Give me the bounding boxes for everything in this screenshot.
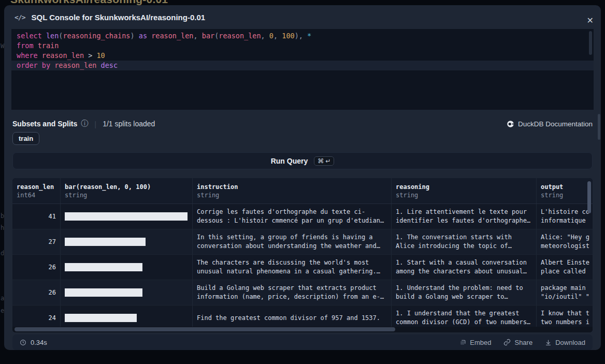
code-line[interactable]: order by reason_len desc xyxy=(11,61,594,70)
info-icon[interactable]: ⓘ xyxy=(81,119,88,128)
table-row[interactable]: 26The characters are discussing the worl… xyxy=(12,255,593,280)
column-header-instruction[interactable]: instructionstring xyxy=(192,178,391,203)
table-vertical-scrollbar[interactable] xyxy=(587,181,591,213)
column-name: reason_len xyxy=(17,183,56,191)
output-text: package main "io/ioutil" " xyxy=(541,284,589,301)
cell-reason-len: 27 xyxy=(12,229,60,254)
embed-icon xyxy=(459,339,466,346)
output-text: I know that t two numbers i xyxy=(541,309,589,327)
download-button[interactable]: Download xyxy=(545,339,585,346)
modal-footer: 0.34s EmbedShareDownload xyxy=(12,334,593,350)
column-type: string xyxy=(65,191,188,199)
table-row[interactable]: 27In this setting, a group of friends is… xyxy=(12,229,593,255)
splits-status: 1/1 splits loaded xyxy=(103,120,155,128)
sql-editor-code[interactable]: select len(reasoning_chains) as reason_l… xyxy=(11,29,594,70)
column-header-reasoning[interactable]: reasoningstring xyxy=(391,178,536,203)
share-label: Share xyxy=(514,339,532,346)
embed-button[interactable]: Embed xyxy=(459,339,491,346)
output-text: Albert Einste place called xyxy=(541,258,589,276)
splits-bar: Subsets and Splits ⓘ | 1/1 splits loaded… xyxy=(12,118,593,129)
return-key-icon: ↵ xyxy=(325,157,330,165)
bar-glyph xyxy=(65,288,142,297)
output-text: L'histoire co informatique xyxy=(541,208,589,225)
bar-glyph xyxy=(65,263,142,271)
cell-instruction: Build a Golang web scraper that extracts… xyxy=(192,280,391,305)
instruction-text: Find the greatest common divisor of 957 … xyxy=(197,314,380,323)
bar-glyph xyxy=(65,314,137,322)
splits-label: Subsets and Splits xyxy=(12,120,77,128)
instruction-text: The characters are discussing the world'… xyxy=(197,258,380,276)
duckdb-docs-label: DuckDB Documentation xyxy=(518,120,593,128)
column-header-bar-reason-len-0-100[interactable]: bar(reason_len, 0, 100)string xyxy=(60,178,192,203)
cell-reasoning: 1. The conversation starts with Alice in… xyxy=(391,229,536,254)
table-header-row: reason_lenint64bar(reason_len, 0, 100)st… xyxy=(12,178,593,204)
run-query-label: Run Query xyxy=(271,157,308,165)
cell-bar xyxy=(60,204,192,229)
split-chip-train[interactable]: train xyxy=(12,132,39,145)
code-line[interactable]: select len(reasoning_chains) as reason_l… xyxy=(11,31,594,41)
column-header-reason-len[interactable]: reason_lenint64 xyxy=(12,178,60,203)
cell-reason-len: 26 xyxy=(12,280,60,305)
cell-output: L'histoire co informatique xyxy=(536,204,593,229)
editor-scrollbar[interactable] xyxy=(589,31,592,55)
column-name: instruction xyxy=(197,183,387,191)
sql-editor[interactable]: select len(reasoning_chains) as reason_l… xyxy=(11,29,594,110)
cell-output: Albert Einste place called xyxy=(536,255,593,280)
split-chips: train xyxy=(12,132,39,145)
divider: | xyxy=(94,120,96,128)
reasoning-text: 1. Understand the problem: need to build… xyxy=(396,284,523,301)
column-type: string xyxy=(396,191,532,199)
instruction-text: Build a Golang web scraper that extracts… xyxy=(197,284,384,301)
close-icon[interactable]: ✕ xyxy=(587,17,594,25)
share-button[interactable]: Share xyxy=(503,339,532,346)
code-line[interactable]: where reason_len > 10 xyxy=(11,51,594,61)
cell-reasoning: 1. Start with a casual conversation amon… xyxy=(391,255,536,280)
cell-instruction: The characters are discussing the world'… xyxy=(192,255,391,280)
footer-actions: EmbedShareDownload xyxy=(459,339,585,346)
bar-glyph xyxy=(65,238,146,246)
cmd-key-icon: ⌘ xyxy=(318,157,324,165)
query-duration-value: 0.34s xyxy=(31,339,47,346)
query-duration: 0.34s xyxy=(20,339,47,346)
bar-glyph xyxy=(65,212,188,221)
sql-console-modal: </> SQL Console for SkunkworksAI/reasoni… xyxy=(4,5,601,350)
cell-reason-len: 41 xyxy=(12,204,60,229)
table-row[interactable]: 41Corrige les fautes d'orthographe du te… xyxy=(12,204,593,229)
cell-output: package main "io/ioutil" " xyxy=(536,280,593,305)
share-icon xyxy=(503,339,511,346)
cell-instruction: Corrige les fautes d'orthographe du text… xyxy=(192,204,391,229)
table-horizontal-scrollbar-thumb[interactable] xyxy=(15,327,395,331)
table-row[interactable]: 26Build a Golang web scraper that extrac… xyxy=(12,280,593,305)
keyboard-shortcut-badge: ⌘↵ xyxy=(314,156,334,166)
output-text: Alice: "Hey g meteorologist xyxy=(541,233,589,251)
cell-bar xyxy=(60,255,192,280)
duckdb-docs-link[interactable]: DuckDB Documentation xyxy=(507,120,593,128)
column-type: int64 xyxy=(17,191,56,199)
results-table: reason_lenint64bar(reason_len, 0, 100)st… xyxy=(12,178,593,332)
instruction-text: Corrige les fautes d'orthographe du text… xyxy=(197,208,384,225)
table-horizontal-scrollbar-track[interactable] xyxy=(12,327,593,332)
modal-header: </> SQL Console for SkunkworksAI/reasoni… xyxy=(4,5,601,29)
code-line[interactable]: from train xyxy=(11,41,594,51)
cell-reasoning: 1. Understand the problem: need to build… xyxy=(391,280,536,305)
column-name: bar(reason_len, 0, 100) xyxy=(65,183,188,191)
column-type: string xyxy=(541,191,588,199)
clock-icon xyxy=(20,339,26,346)
code-icon: </> xyxy=(15,13,25,21)
cell-bar xyxy=(60,280,192,305)
download-icon xyxy=(545,339,552,346)
column-type: string xyxy=(197,191,387,199)
embed-label: Embed xyxy=(470,339,491,346)
modal-scrollbar[interactable] xyxy=(598,114,600,140)
cell-reasoning: 1. Lire attentivement le texte pour iden… xyxy=(391,204,536,229)
table-body: 41Corrige les fautes d'orthographe du te… xyxy=(12,204,593,331)
column-header-output[interactable]: outputstring xyxy=(536,178,593,203)
run-query-button[interactable]: Run Query ⌘↵ xyxy=(12,152,593,169)
cell-output: Alice: "Hey g meteorologist xyxy=(536,229,593,254)
reasoning-text: 1. The conversation starts with Alice in… xyxy=(396,233,512,251)
duckdb-logo-icon xyxy=(507,120,514,128)
download-label: Download xyxy=(555,339,585,346)
reasoning-text: 1. Lire attentivement le texte pour iden… xyxy=(396,208,530,225)
cell-instruction: In this setting, a group of friends is h… xyxy=(192,229,391,254)
modal-title: SQL Console for SkunkworksAI/reasoning-0… xyxy=(31,13,205,22)
